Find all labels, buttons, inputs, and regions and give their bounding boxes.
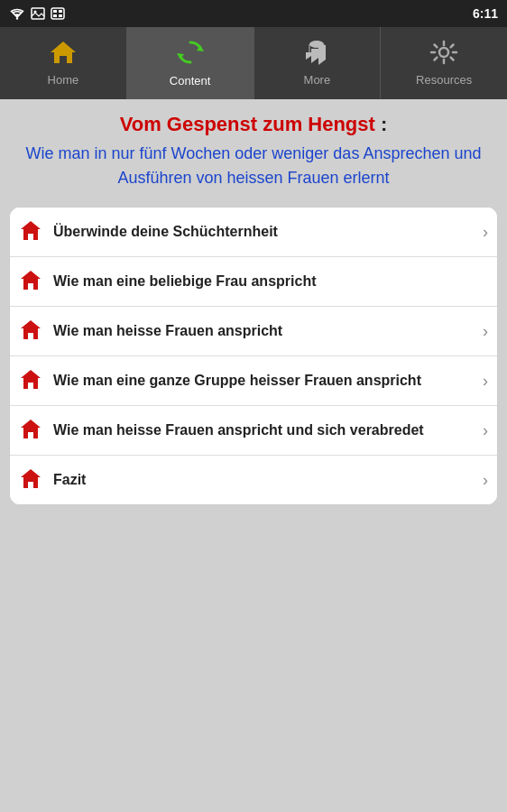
tab-content-label: Content: [170, 74, 211, 88]
svg-rect-5: [59, 10, 62, 13]
chevron-icon-6: ›: [483, 471, 488, 490]
content-list: Überwinde deine Schüchternheit › Wie man…: [9, 207, 498, 505]
item-icon-6: [19, 468, 44, 492]
more-icon: [302, 40, 331, 69]
item-icon-3: [19, 319, 44, 343]
svg-point-11: [309, 41, 324, 48]
list-item-text-3: Wie man heisse Frauen anspricht: [53, 322, 477, 341]
svg-rect-7: [59, 14, 62, 17]
list-item[interactable]: Wie man eine ganze Gruppe heisser Frauen…: [10, 356, 497, 406]
item-icon-4: [19, 369, 44, 392]
svg-point-0: [16, 17, 18, 19]
item-icon-2: [19, 270, 44, 293]
title-block: Vom Gespenst zum Hengst : Wie man in nur…: [9, 113, 498, 190]
image-icon: [31, 7, 45, 20]
svg-rect-22: [28, 432, 33, 438]
tab-more-label: More: [304, 73, 331, 87]
bb-icon: [51, 7, 65, 20]
chevron-icon-1: ›: [483, 223, 488, 242]
svg-point-12: [439, 48, 448, 57]
status-bar: 6:11: [0, 0, 507, 27]
resources-icon: [429, 40, 458, 69]
chevron-icon-4: ›: [483, 372, 488, 391]
chevron-icon-3: ›: [483, 322, 488, 341]
svg-rect-20: [28, 383, 33, 389]
content-icon: [175, 39, 206, 70]
list-item[interactable]: Wie man heisse Frauen anspricht ›: [10, 307, 497, 356]
svg-rect-4: [53, 10, 57, 13]
list-item-text-2: Wie man eine beliebige Frau anspricht: [53, 272, 488, 291]
wifi-icon: [9, 7, 25, 20]
item-icon-1: [19, 220, 44, 244]
tab-resources[interactable]: Resources: [381, 27, 507, 99]
home-icon: [49, 40, 78, 69]
list-item-text-5: Wie man heisse Frauen anspricht und sich…: [53, 421, 477, 440]
chevron-icon-5: ›: [483, 421, 488, 440]
list-item[interactable]: Überwinde deine Schüchternheit ›: [10, 208, 497, 257]
list-item[interactable]: Wie man eine beliebige Frau anspricht: [10, 257, 497, 307]
tab-resources-label: Resources: [416, 73, 472, 87]
list-item[interactable]: Wie man heisse Frauen anspricht und sich…: [10, 406, 497, 456]
item-icon-5: [19, 419, 44, 442]
tab-more[interactable]: More: [254, 27, 382, 99]
svg-rect-1: [32, 8, 44, 19]
svg-rect-3: [51, 8, 64, 19]
headline-colon: :: [375, 113, 387, 135]
status-time: 6:11: [473, 6, 498, 21]
svg-marker-8: [51, 42, 76, 63]
tab-bar: Home Content More: [0, 27, 507, 99]
headline-part1: Vom Gespenst zum Hengst: [120, 113, 375, 135]
svg-rect-6: [53, 14, 57, 17]
list-item[interactable]: Fazit ›: [10, 456, 497, 504]
main-content: Vom Gespenst zum Hengst : Wie man in nur…: [0, 99, 507, 519]
tab-content[interactable]: Content: [127, 27, 254, 99]
svg-rect-14: [28, 234, 33, 240]
list-item-text-1: Überwinde deine Schüchternheit: [53, 223, 477, 242]
headline-subtitle: Wie man in nur fünf Wochen oder weniger …: [14, 142, 493, 190]
svg-rect-24: [28, 482, 33, 488]
list-item-text-6: Fazit: [53, 471, 477, 490]
status-icons: [9, 7, 65, 20]
tab-home[interactable]: Home: [0, 27, 127, 99]
svg-rect-18: [28, 333, 33, 339]
svg-rect-16: [28, 283, 33, 290]
list-item-text-4: Wie man eine ganze Gruppe heisser Frauen…: [53, 372, 477, 391]
tab-home-label: Home: [48, 73, 79, 87]
